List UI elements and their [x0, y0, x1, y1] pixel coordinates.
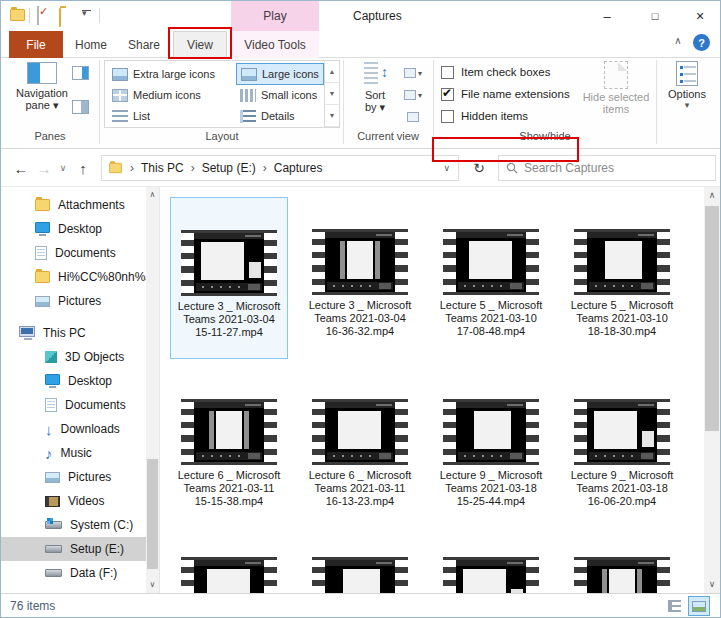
desktop-icon: [35, 222, 50, 233]
sidebar-item-music[interactable]: Music: [1, 441, 147, 465]
file-name-extensions-checkbox[interactable]: File name extensions: [441, 86, 570, 102]
file-tile-partial-3[interactable]: [563, 557, 681, 593]
preview-pane-button[interactable]: [72, 66, 89, 80]
gallery-scroll-up-icon[interactable]: ▲: [325, 61, 339, 83]
address-dropdown-icon[interactable]: ∨: [443, 163, 452, 173]
search-input[interactable]: [524, 161, 694, 175]
filmstrip-sprockets: [526, 399, 539, 465]
content-scrollbar[interactable]: ∧ ∨: [704, 187, 720, 593]
file-tile-4[interactable]: Lecture 6 _ Microsoft Teams 2021-03-11 1…: [170, 367, 288, 508]
file-tile-2[interactable]: Lecture 5 _ Microsoft Teams 2021-03-10 1…: [432, 197, 550, 338]
file-name: Lecture 3 _ Microsoft Teams 2021-03-04 1…: [306, 299, 414, 338]
tab-view[interactable]: View: [173, 31, 227, 58]
details-view-toggle[interactable]: [663, 596, 685, 616]
sidebar-item-videos[interactable]: Videos: [1, 489, 147, 513]
large-icons-icon: [241, 68, 257, 81]
group-by-button[interactable]: ▾: [400, 64, 426, 82]
tab-home[interactable]: Home: [67, 31, 115, 58]
sidebar-item-setup-e-[interactable]: Setup (E:): [1, 537, 147, 561]
layout-small-icons[interactable]: Small icons: [236, 84, 321, 106]
tab-file[interactable]: File: [9, 31, 63, 58]
file-tile-partial-2[interactable]: [432, 557, 550, 593]
hidden-items-checkbox[interactable]: Hidden items: [441, 108, 528, 124]
minimize-button[interactable]: –: [585, 1, 629, 31]
layout-extra-large-icons[interactable]: Extra large icons: [108, 63, 219, 85]
sidebar-item-documents[interactable]: Documents: [1, 241, 147, 265]
tab-share[interactable]: Share: [117, 31, 171, 58]
file-tile-1[interactable]: Lecture 3 _ Microsoft Teams 2021-03-04 1…: [301, 197, 419, 338]
recent-locations-icon[interactable]: ∨: [55, 149, 71, 187]
file-tile-3[interactable]: Lecture 5 _ Microsoft Teams 2021-03-10 1…: [563, 197, 681, 338]
sidebar-item-documents[interactable]: Documents: [1, 393, 147, 417]
breadcrumb-setup-e[interactable]: Setup (E:): [202, 161, 256, 175]
file-tile-0[interactable]: Lecture 3 _ Microsoft Teams 2021-03-04 1…: [170, 197, 288, 359]
scrollbar-thumb[interactable]: [147, 459, 158, 569]
sidebar-item-desktop[interactable]: Desktop: [1, 369, 147, 393]
tab-video-tools[interactable]: Video Tools: [231, 31, 319, 58]
video-thumbnail: [574, 399, 670, 465]
add-columns-button[interactable]: ▾: [400, 86, 426, 104]
file-tile-partial-0[interactable]: [170, 557, 288, 593]
scroll-down-icon[interactable]: ∨: [704, 576, 720, 593]
file-tile-partial-1[interactable]: [301, 557, 419, 593]
layout-details[interactable]: Details: [236, 105, 299, 127]
sidebar-item-hi-cc-80nh-[interactable]: Hi%CC%80nh%ả: [1, 265, 147, 289]
sidebar-item-desktop[interactable]: Desktop: [1, 217, 147, 241]
layout-large-icons[interactable]: Large icons: [236, 63, 324, 85]
item-check-boxes-checkbox[interactable]: Item check boxes: [441, 64, 550, 80]
gallery-scroll-down-icon[interactable]: ▼: [325, 83, 339, 105]
file-tile-7[interactable]: Lecture 9 _ Microsoft Teams 2021-03-18 1…: [563, 367, 681, 508]
collapse-ribbon-icon[interactable]: ∧: [669, 35, 687, 51]
3d-icon: [45, 351, 57, 363]
sidebar-item-system-c-[interactable]: System (C:): [1, 513, 147, 537]
sidebar-item-label: Music: [61, 446, 92, 460]
forward-button[interactable]: →: [33, 149, 55, 187]
refresh-button[interactable]: ↻: [465, 155, 493, 181]
details-pane-button[interactable]: [72, 100, 89, 114]
sidebar-item-pictures[interactable]: Pictures: [1, 289, 147, 313]
gallery-more-icon[interactable]: ▼: [325, 105, 339, 127]
up-button[interactable]: ↑: [71, 149, 95, 187]
video-document: [474, 411, 510, 449]
sidebar-item-label: Pictures: [68, 470, 111, 484]
checkbox-icon[interactable]: [441, 66, 454, 79]
checkbox-icon[interactable]: [441, 110, 454, 123]
sidebar-item-attachments[interactable]: Attachments: [1, 193, 147, 217]
breadcrumb-this-pc[interactable]: This PC: [141, 161, 184, 175]
breadcrumb[interactable]: › This PC › Setup (E:) › Captures ∨: [101, 155, 459, 181]
help-button[interactable]: ?: [693, 34, 710, 51]
navigation-pane-button[interactable]: Navigation pane ▾: [13, 62, 71, 112]
sidebar-item-3d-objects[interactable]: 3D Objects: [1, 345, 147, 369]
sidebar-item-downloads[interactable]: Downloads: [1, 417, 147, 441]
thumbnail-view-toggle[interactable]: [688, 596, 710, 616]
layout-medium-icons[interactable]: Medium icons: [108, 84, 205, 106]
layout-list[interactable]: List: [108, 105, 154, 127]
filmstrip-sprockets: [443, 557, 456, 593]
sidebar-scrollbar[interactable]: ∧ ∨: [146, 187, 159, 593]
maximize-button[interactable]: □: [633, 1, 677, 31]
hide-selected-items-button[interactable]: Hide selected items: [579, 61, 653, 115]
gallery-scrollbar[interactable]: ▲ ▼ ▼: [324, 61, 339, 127]
qat-new-folder-button[interactable]: [59, 9, 61, 27]
scrollbar-thumb[interactable]: [705, 206, 719, 431]
close-button[interactable]: ×: [678, 1, 721, 31]
checkbox-checked-icon[interactable]: [441, 88, 454, 101]
video-thumbnail: [443, 557, 539, 593]
qat-properties-button[interactable]: [37, 7, 39, 25]
sidebar-item-this-pc[interactable]: This PC: [1, 321, 147, 345]
contextual-tab-header: Play: [231, 1, 319, 31]
layout-gallery: Extra large icons Large icons Medium ico…: [104, 60, 340, 128]
size-columns-button[interactable]: [400, 108, 426, 126]
scroll-up-icon[interactable]: ∧: [146, 187, 159, 203]
sort-by-button[interactable]: Sort by ▾: [353, 62, 397, 114]
back-button[interactable]: ←: [9, 149, 33, 187]
search-box[interactable]: [498, 155, 716, 181]
scroll-down-icon[interactable]: ∨: [146, 577, 159, 593]
file-tile-6[interactable]: Lecture 9 _ Microsoft Teams 2021-03-18 1…: [432, 367, 550, 508]
sidebar-item-pictures[interactable]: Pictures: [1, 465, 147, 489]
sidebar-item-data-f-[interactable]: Data (F:): [1, 561, 147, 585]
file-tile-5[interactable]: Lecture 6 _ Microsoft Teams 2021-03-11 1…: [301, 367, 419, 508]
scroll-up-icon[interactable]: ∧: [704, 187, 720, 204]
options-button[interactable]: Options ▾: [659, 61, 715, 110]
breadcrumb-captures[interactable]: Captures: [274, 161, 323, 175]
